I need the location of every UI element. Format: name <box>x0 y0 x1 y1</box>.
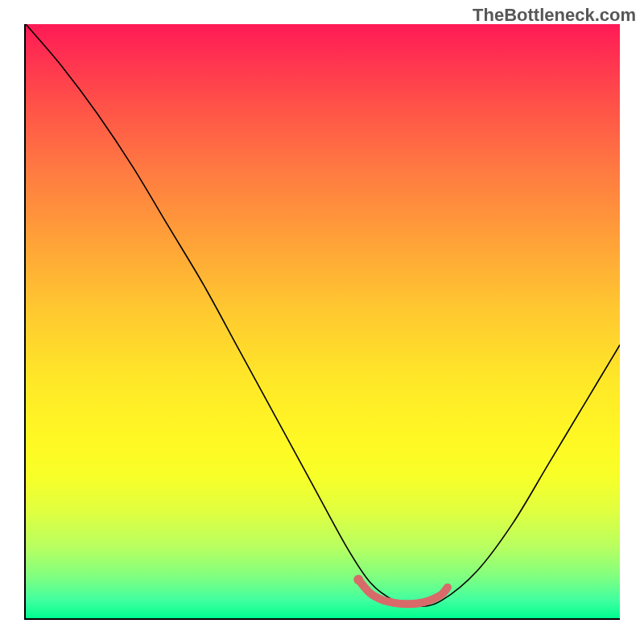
optimal-range-dot <box>353 575 363 584</box>
chart-container: TheBottleneck.com <box>0 0 644 644</box>
curve-svg <box>26 24 620 618</box>
plot-area <box>24 24 620 620</box>
bottleneck-curve <box>26 24 620 606</box>
watermark-text: TheBottleneck.com <box>473 5 636 26</box>
